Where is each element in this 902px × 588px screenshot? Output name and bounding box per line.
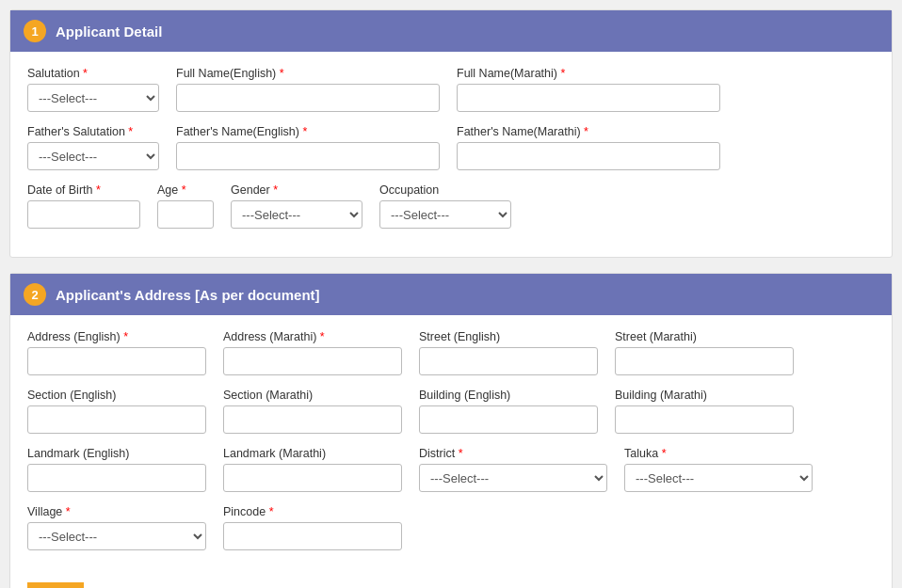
section-mr-group: Section (Marathi) — [223, 389, 402, 434]
section1-row2: Father's Salutation * ---Select--- Fathe… — [27, 125, 875, 170]
landmark-en-group: Landmark (English) — [27, 447, 206, 492]
age-group: Age * — [157, 183, 214, 229]
taluka-select[interactable]: ---Select--- — [624, 464, 813, 492]
fullname-en-group: Full Name(English) * — [176, 67, 440, 112]
father-salutation-select[interactable]: ---Select--- — [27, 142, 159, 170]
section1-row1: Salutation * ---Select--- Full Name(Engl… — [27, 67, 875, 112]
father-name-mr-input[interactable] — [457, 142, 720, 170]
pincode-group: Pincode * — [223, 505, 402, 550]
district-group: District * ---Select--- — [419, 447, 607, 492]
addr-mr-label: Address (Marathi) * — [223, 330, 402, 343]
age-label: Age * — [157, 183, 214, 197]
village-label: Village * — [27, 505, 206, 518]
salutation-group: Salutation * ---Select--- — [27, 67, 159, 112]
fullname-en-input[interactable] — [176, 84, 440, 112]
section-mr-label: Section (Marathi) — [223, 389, 402, 402]
dob-label: Date of Birth * — [27, 183, 140, 197]
section1-number: 1 — [24, 20, 46, 42]
street-mr-group: Street (Marathi) — [615, 330, 794, 375]
addr-mr-input[interactable] — [223, 347, 402, 375]
section1-title: Applicant Detail — [56, 24, 162, 40]
building-en-input[interactable] — [419, 405, 598, 434]
gender-label: Gender * — [231, 183, 362, 197]
father-name-en-input[interactable] — [176, 142, 440, 170]
salutation-select[interactable]: ---Select--- — [27, 84, 159, 112]
taluka-group: Taluka * ---Select--- — [624, 447, 813, 492]
street-mr-input[interactable] — [615, 347, 794, 375]
landmark-mr-group: Landmark (Marathi) — [223, 447, 402, 492]
father-name-mr-label: Father's Name(Marathi) * — [457, 125, 720, 138]
age-input[interactable] — [157, 200, 214, 229]
section2-row2: Section (English) Section (Marathi) Buil… — [27, 389, 875, 434]
district-select[interactable]: ---Select--- — [419, 464, 607, 492]
landmark-en-label: Landmark (English) — [27, 447, 206, 460]
landmark-mr-label: Landmark (Marathi) — [223, 447, 402, 460]
pincode-label: Pincode * — [223, 505, 402, 518]
village-select[interactable]: ---Select--- — [27, 522, 206, 550]
section-en-label: Section (English) — [27, 389, 206, 402]
father-name-en-label: Father's Name(English) * — [176, 125, 440, 138]
section1-row3: Date of Birth * Age * Gender * ---Select… — [27, 183, 875, 229]
fullname-en-label: Full Name(English) * — [176, 67, 440, 80]
gender-group: Gender * ---Select--- — [231, 183, 362, 229]
addr-en-label: Address (English) * — [27, 330, 206, 343]
fullname-mr-label: Full Name(Marathi) * — [457, 67, 720, 80]
landmark-en-input[interactable] — [27, 464, 206, 492]
bottom-accent-bar — [27, 582, 84, 588]
street-en-group: Street (English) — [419, 330, 598, 375]
building-mr-input[interactable] — [615, 405, 794, 434]
village-group: Village * ---Select--- — [27, 505, 206, 550]
occupation-label: Occupation — [379, 183, 511, 197]
building-en-group: Building (English) — [419, 389, 598, 434]
section2-title: Applicant's Address [As per document] — [56, 287, 320, 303]
addr-en-group: Address (English) * — [27, 330, 206, 375]
section2-body: Address (English) * Address (Marathi) * … — [10, 315, 892, 579]
pincode-input[interactable] — [223, 522, 402, 550]
district-label: District * — [419, 447, 607, 460]
applicant-address-section: 2 Applicant's Address [As per document] … — [9, 273, 893, 588]
building-en-label: Building (English) — [419, 389, 598, 402]
street-mr-label: Street (Marathi) — [615, 330, 794, 343]
section2-row1: Address (English) * Address (Marathi) * … — [27, 330, 875, 375]
section2-header: 2 Applicant's Address [As per document] — [10, 274, 892, 315]
fullname-mr-group: Full Name(Marathi) * — [457, 67, 720, 112]
dob-group: Date of Birth * — [27, 183, 140, 229]
building-mr-group: Building (Marathi) — [615, 389, 794, 434]
addr-en-input[interactable] — [27, 347, 206, 375]
section2-row4: Village * ---Select--- Pincode * — [27, 505, 875, 550]
addr-mr-group: Address (Marathi) * — [223, 330, 402, 375]
father-salutation-group: Father's Salutation * ---Select--- — [27, 125, 159, 170]
father-salutation-label: Father's Salutation * — [27, 125, 159, 138]
building-mr-label: Building (Marathi) — [615, 389, 794, 402]
landmark-mr-input[interactable] — [223, 464, 402, 492]
applicant-detail-section: 1 Applicant Detail Salutation * ---Selec… — [9, 9, 893, 258]
father-name-en-group: Father's Name(English) * — [176, 125, 440, 170]
section2-number: 2 — [24, 283, 46, 306]
section-en-input[interactable] — [27, 405, 206, 434]
section1-header: 1 Applicant Detail — [10, 10, 892, 52]
street-en-input[interactable] — [419, 347, 598, 375]
occupation-select[interactable]: ---Select--- — [379, 200, 511, 229]
taluka-label: Taluka * — [624, 447, 813, 460]
gender-select[interactable]: ---Select--- — [231, 200, 362, 229]
section-en-group: Section (English) — [27, 389, 206, 434]
street-en-label: Street (English) — [419, 330, 598, 343]
father-name-mr-group: Father's Name(Marathi) * — [457, 125, 720, 170]
section1-body: Salutation * ---Select--- Full Name(Engl… — [10, 52, 892, 257]
occupation-group: Occupation ---Select--- — [379, 183, 511, 229]
salutation-label: Salutation * — [27, 67, 159, 80]
dob-input[interactable] — [27, 200, 140, 229]
fullname-mr-input[interactable] — [457, 84, 720, 112]
section2-row3: Landmark (English) Landmark (Marathi) Di… — [27, 447, 875, 492]
section-mr-input[interactable] — [223, 405, 402, 434]
